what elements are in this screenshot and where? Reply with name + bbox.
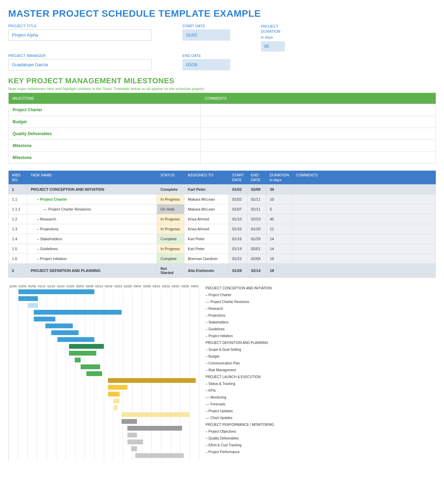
gantt-bar	[108, 392, 120, 397]
duration-field: 85	[261, 41, 285, 52]
col-milestone: MILESTONE	[9, 93, 201, 104]
project-info-grid: PROJECT TITLE Project Alpha START DATE 0…	[8, 24, 436, 70]
cell-wbs: 1.3	[9, 224, 27, 234]
cell-duration: 10	[266, 195, 293, 204]
cell-wbs: 1	[9, 185, 27, 195]
cell-start: 01/10	[229, 224, 248, 234]
task-row[interactable]: 1.1.1 –– Project Charter Revisions On Ho…	[9, 204, 436, 214]
gantt-label: –– Forecasts	[206, 401, 436, 407]
milestone-row[interactable]: Milestone	[9, 140, 436, 152]
cell-assigned: Brennan Gardiner	[184, 254, 229, 264]
cell-assigned: Krisa Ahmed	[184, 224, 229, 234]
gantt-bar	[131, 446, 137, 451]
gantt-label: – Guidelines	[206, 326, 436, 332]
gantt-tick: 03/24	[171, 285, 180, 288]
cell-comments	[292, 214, 435, 224]
page-title: MASTER PROJECT SCHEDULE TEMPLATE EXAMPLE	[8, 8, 436, 19]
gantt-tick: 01/04	[18, 285, 27, 288]
milestones-note: Note major milestones here and highlight…	[8, 87, 436, 91]
gantt-bar	[57, 337, 94, 342]
gantt-tick: 12/30	[8, 285, 18, 288]
milestone-row[interactable]: Project Charter	[9, 104, 436, 116]
milestone-name: Budget	[9, 116, 201, 128]
cell-end: 01/11	[248, 204, 266, 214]
col-duration: DURATION in days	[266, 171, 293, 185]
cell-assigned: Makara McLean	[184, 204, 229, 214]
gantt-row	[9, 425, 199, 431]
cell-wbs: 1.1.1	[9, 204, 27, 214]
project-manager-field[interactable]: Guadalupe Garcia	[8, 59, 152, 70]
gantt-label: PROJECT CONCEPTION AND INITIATION	[206, 285, 436, 291]
milestone-row[interactable]: Quality Deliverables	[9, 128, 436, 140]
gantt-bar	[108, 378, 196, 383]
task-row[interactable]: 1.1 – Project Charter In Progress Makara…	[9, 195, 436, 204]
col-comments: COMMENTS	[292, 171, 435, 185]
cell-comments	[292, 195, 435, 204]
task-row[interactable]: 1.3 – Projections In Progress Krisa Ahme…	[9, 224, 436, 234]
gantt-label: – Communication Plan	[206, 360, 436, 366]
cell-comments	[292, 254, 435, 264]
task-row[interactable]: 1.5 – Guidelines In Progress Karl Peter …	[9, 244, 436, 254]
gantt-bar	[81, 364, 100, 369]
gantt-label: – Research	[206, 306, 436, 312]
gantt-tick: 03/29	[180, 285, 190, 288]
cell-start: 01/22	[229, 254, 248, 264]
gantt-bar	[108, 385, 127, 390]
cell-duration: 18	[266, 264, 293, 278]
gantt-tick: 02/23	[113, 285, 123, 288]
cell-assigned: Karl Peter	[184, 234, 229, 244]
cell-name: – Project Initiation	[27, 254, 157, 264]
cell-name: – Project Charter	[27, 195, 157, 204]
start-date-field[interactable]: 01/02	[182, 29, 230, 41]
gantt-bar	[69, 344, 104, 349]
gantt-bar	[34, 310, 122, 315]
gantt-tick: 01/29	[66, 285, 75, 288]
gantt-bar	[18, 296, 38, 301]
task-row[interactable]: 1.6 – Project Initiation Complete Brenna…	[9, 254, 436, 264]
duration-label: PROJECT DURATION	[261, 24, 295, 34]
cell-assigned: Krisa Ahmed	[184, 214, 229, 224]
gantt-label: – Projections	[206, 313, 436, 319]
tasks-table: WBS NO. TASK NAME STATUS ASSIGNED TO STA…	[8, 171, 436, 278]
gantt-tick: 03/04	[133, 285, 142, 288]
cell-assigned: Aila Kishimoto	[184, 264, 229, 278]
gantt-row	[9, 446, 199, 452]
task-row[interactable]: 1 PROJECT CONCEPTION AND INITIATION Comp…	[9, 185, 436, 195]
cell-start: 01/02	[229, 195, 248, 204]
project-title-field[interactable]: Project Alpha	[8, 29, 152, 41]
gantt-row	[9, 418, 199, 424]
task-row[interactable]: 1.2 – Research In Progress Krisa Ahmed 0…	[9, 214, 436, 224]
cell-name: – Guidelines	[27, 244, 157, 254]
col-name: TASK NAME	[27, 171, 157, 185]
cell-wbs: 1.1	[9, 195, 27, 204]
gantt-tick: 01/14	[37, 285, 46, 288]
gantt-tick: 02/03	[75, 285, 85, 288]
gantt-bar	[86, 371, 102, 376]
gantt-row	[9, 439, 199, 445]
cell-start: 01/16	[229, 234, 248, 244]
cell-end: 02/09	[248, 254, 266, 264]
end-date-field[interactable]: 03/26	[182, 59, 230, 70]
gantt-tick: 03/14	[152, 285, 161, 288]
task-row[interactable]: 2 PROJECT DEFINITION AND PLANNING Not St…	[9, 264, 436, 278]
milestone-name: Milestone	[9, 152, 201, 163]
gantt-tick: 01/09	[27, 285, 37, 288]
milestone-row[interactable]: Budget	[9, 116, 436, 128]
col-comments: COMMENTS	[200, 93, 435, 104]
milestone-comment	[200, 128, 435, 140]
gantt-row	[9, 412, 199, 418]
gantt-bar	[122, 419, 137, 424]
cell-status: On Hold	[157, 204, 184, 214]
gantt-row	[9, 350, 199, 356]
milestone-comment	[200, 104, 435, 116]
cell-end: 01/20	[248, 224, 266, 234]
milestone-row[interactable]: Milestone	[9, 152, 436, 163]
end-date-label: END DATE	[182, 54, 230, 58]
task-row[interactable]: 1.4 – Stakeholders Complete Karl Peter 0…	[9, 234, 436, 244]
gantt-label: – Status & Tracking	[206, 381, 436, 387]
col-status: STATUS	[157, 171, 184, 185]
gantt-tick: 01/24	[56, 285, 66, 288]
cell-status: In Progress	[157, 244, 184, 254]
milestones-heading: KEY PROJECT MANAGEMENT MILESTONES	[8, 76, 436, 85]
gantt-label: – Project Initiation	[206, 333, 436, 339]
